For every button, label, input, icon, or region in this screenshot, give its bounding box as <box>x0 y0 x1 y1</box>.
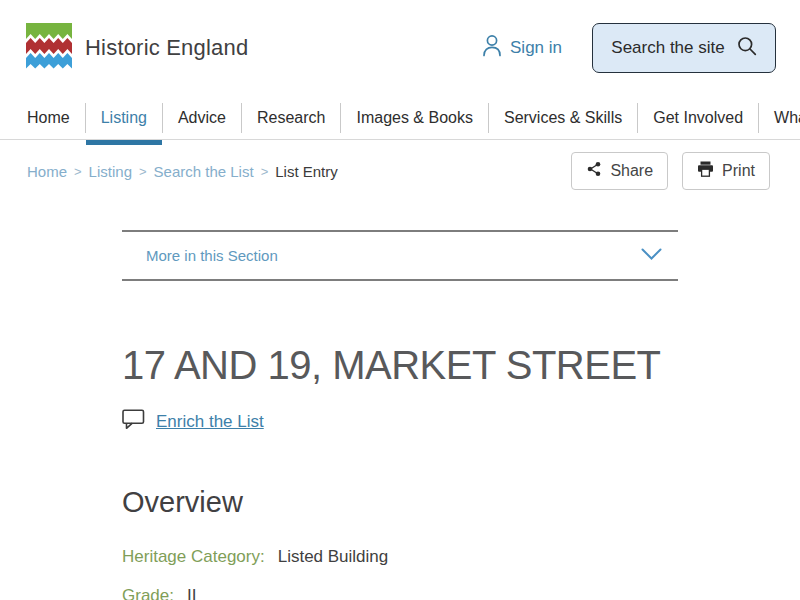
sign-in-label: Sign in <box>510 38 562 58</box>
grade-label: Grade: <box>122 586 174 600</box>
print-button[interactable]: Print <box>682 152 770 190</box>
search-icon <box>737 36 757 61</box>
breadcrumb-current: List Entry <box>275 163 338 180</box>
breadcrumb-chevron-icon: > <box>74 164 82 179</box>
breadcrumb-chevron-icon: > <box>139 164 147 179</box>
heritage-category-value: Listed Building <box>278 547 389 567</box>
brand[interactable]: Historic England <box>26 23 248 73</box>
user-icon <box>482 34 502 62</box>
breadcrumb-chevron-icon: > <box>261 164 269 179</box>
page-title: 17 AND 19, MARKET STREET <box>122 343 678 387</box>
grade-row: Grade: II <box>122 586 678 600</box>
site-header: Historic England Sign in Search the site <box>0 0 800 96</box>
nav-item-listing[interactable]: Listing <box>85 103 162 133</box>
breadcrumb-link-home[interactable]: Home <box>27 163 67 180</box>
brand-name: Historic England <box>85 35 248 61</box>
nav-item-get-involved[interactable]: Get Involved <box>637 103 758 133</box>
print-icon <box>697 161 714 181</box>
nav-item-advice[interactable]: Advice <box>162 103 241 133</box>
speech-bubble-icon <box>122 409 145 434</box>
historic-england-logo-icon <box>26 23 72 73</box>
nav-item-images-books[interactable]: Images & Books <box>340 103 488 133</box>
heritage-category-row: Heritage Category: Listed Building <box>122 547 678 567</box>
print-button-label: Print <box>722 162 755 180</box>
search-site-button[interactable]: Search the site <box>592 23 776 73</box>
sign-in-link[interactable]: Sign in <box>482 34 562 62</box>
more-in-section-label: More in this Section <box>146 247 278 264</box>
share-button-label: Share <box>610 162 653 180</box>
search-button-label: Search the site <box>611 38 724 58</box>
share-icon <box>586 161 602 181</box>
breadcrumb-bar: Home > Listing > Search the List > List … <box>0 140 800 190</box>
enrich-the-list-link[interactable]: Enrich the List <box>156 412 264 432</box>
enrich-the-list: Enrich the List <box>122 409 678 434</box>
main-content: More in this Section 17 AND 19, MARKET S… <box>122 230 678 600</box>
share-button[interactable]: Share <box>571 152 668 190</box>
nav-item-services-skills[interactable]: Services & Skills <box>488 103 637 133</box>
breadcrumb-link-listing[interactable]: Listing <box>89 163 132 180</box>
grade-value: II <box>187 586 196 600</box>
overview-heading: Overview <box>122 486 678 519</box>
nav-item-whats-new[interactable]: What's New <box>758 103 800 133</box>
main-nav: Home Listing Advice Research Images & Bo… <box>0 96 800 140</box>
breadcrumb: Home > Listing > Search the List > List … <box>27 163 338 180</box>
chevron-down-icon <box>641 247 662 265</box>
nav-item-home[interactable]: Home <box>27 103 85 133</box>
nav-item-research[interactable]: Research <box>241 103 340 133</box>
heritage-category-label: Heritage Category: <box>122 547 265 567</box>
more-in-section-toggle[interactable]: More in this Section <box>122 230 678 281</box>
breadcrumb-link-search-the-list[interactable]: Search the List <box>154 163 254 180</box>
